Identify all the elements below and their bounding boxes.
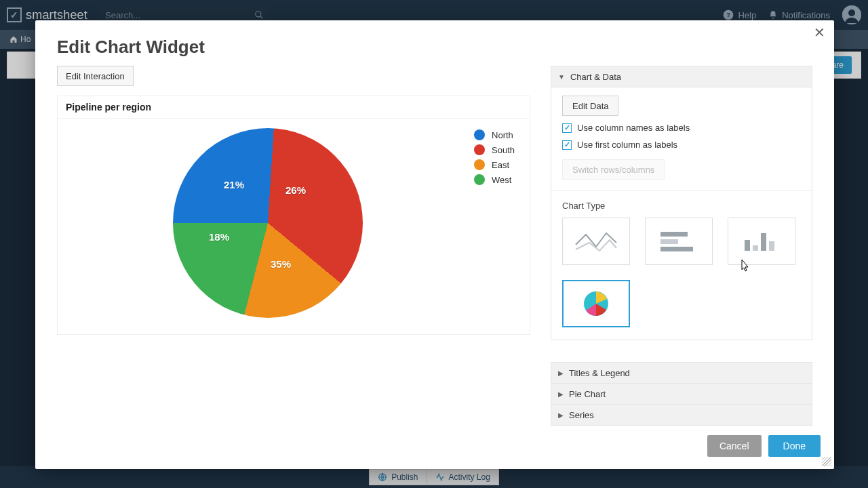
edit-interaction-button[interactable]: Edit Interaction [57, 66, 134, 86]
swatch-icon [474, 129, 485, 140]
chart-type-grid [562, 218, 801, 327]
close-icon[interactable]: ✕ [811, 24, 827, 41]
swatch-icon [474, 174, 485, 185]
checkbox-icon: ✓ [562, 140, 572, 150]
switch-rows-columns-button: Switch rows/columns [562, 159, 665, 180]
chart-type-line[interactable] [562, 218, 630, 265]
section-pie-chart[interactable]: ▶Pie Chart [551, 384, 812, 405]
edit-data-button[interactable]: Edit Data [562, 96, 618, 116]
chart-area: 26% 35% 18% 21% North South East West [58, 119, 530, 334]
chart-preview: Pipeline per region 26% 35% 18% 21% Nort… [57, 96, 530, 335]
swatch-icon [474, 159, 485, 170]
slice-label-south: 35% [271, 258, 291, 270]
edit-chart-widget-modal: ✕ Edit Chart Widget Edit Interaction Pip… [35, 20, 834, 469]
svg-rect-9 [660, 247, 693, 251]
section-header-chart-and-data[interactable]: ▼ Chart & Data [551, 66, 812, 87]
done-button[interactable]: Done [768, 435, 821, 457]
chart-legend: North South East West [474, 129, 515, 185]
section-series[interactable]: ▶Series [551, 405, 812, 426]
line-chart-icon [572, 228, 620, 255]
legend-item-north: North [474, 129, 515, 140]
svg-rect-7 [660, 232, 688, 237]
bar-horizontal-icon [655, 228, 703, 255]
legend-item-west: West [474, 174, 515, 185]
section-titles-and-legend[interactable]: ▶Titles & Legend [551, 362, 812, 384]
svg-rect-8 [660, 239, 678, 244]
legend-item-south: South [474, 144, 515, 155]
chart-title: Pipeline per region [58, 96, 530, 119]
pie-chart-icon [581, 289, 611, 319]
chevron-down-icon: ▼ [558, 73, 565, 81]
checkbox-use-first-column[interactable]: ✓ Use first column as labels [562, 140, 801, 150]
svg-rect-10 [745, 240, 750, 251]
cancel-button[interactable]: Cancel [707, 435, 762, 457]
chevron-right-icon: ▶ [558, 411, 564, 419]
modal-title: Edit Chart Widget [35, 20, 834, 66]
checkbox-use-column-names[interactable]: ✓ Use column names as labels [562, 123, 801, 133]
chart-type-bar-vertical[interactable] [728, 218, 795, 265]
slice-label-north: 26% [285, 184, 306, 196]
chevron-right-icon: ▶ [558, 390, 564, 398]
svg-rect-11 [753, 245, 758, 251]
pie-slices [173, 128, 363, 318]
svg-rect-12 [761, 233, 766, 251]
modal-footer: Cancel Done [35, 426, 834, 469]
bar-vertical-icon [738, 228, 785, 255]
checkbox-icon: ✓ [562, 123, 572, 133]
chevron-right-icon: ▶ [558, 369, 564, 377]
swatch-icon [474, 144, 485, 155]
svg-rect-13 [769, 241, 774, 251]
chart-type-bar-horizontal[interactable] [645, 218, 713, 265]
chart-type-pie[interactable] [562, 280, 630, 327]
slice-label-east: 18% [209, 231, 229, 243]
legend-item-east: East [474, 159, 515, 170]
section-chart-and-data: ▼ Chart & Data Edit Data ✓ Use column na… [551, 66, 812, 340]
slice-label-west: 21% [224, 179, 244, 190]
chart-type-label: Chart Type [562, 201, 801, 211]
pie-chart: 26% 35% 18% 21% [173, 128, 363, 318]
resize-grip[interactable] [822, 457, 831, 466]
